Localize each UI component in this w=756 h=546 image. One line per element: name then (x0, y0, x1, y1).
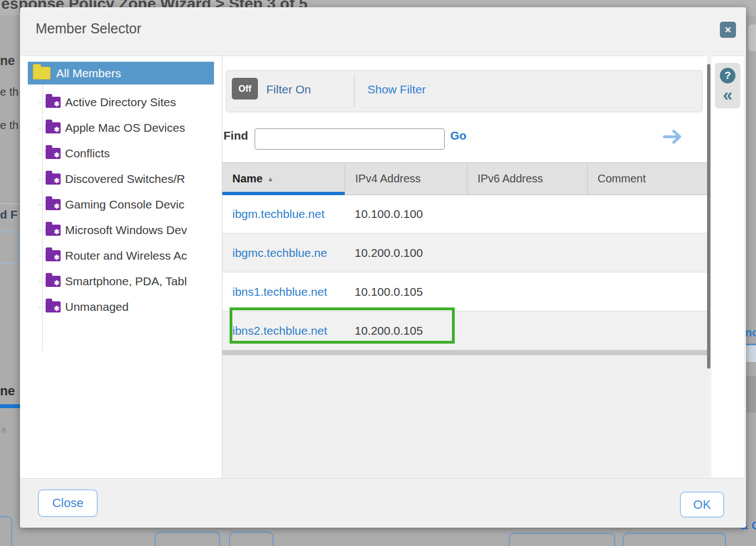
member-ipv6 (467, 311, 587, 350)
member-comment (587, 311, 707, 350)
collapse-panel-icon[interactable]: « (715, 84, 740, 106)
table-empty-area (222, 355, 707, 479)
member-ipv4: 10.200.0.105 (345, 311, 467, 350)
member-name-link[interactable]: ibns1.techblue.net (222, 272, 345, 311)
open-folder-icon (33, 67, 51, 80)
background-link-fragment: nc (745, 326, 756, 339)
sort-ascending-icon: ▲ (267, 175, 273, 183)
dialog-footer: Close OK (20, 478, 746, 528)
background-text-fragment: e th (0, 86, 18, 98)
member-name-link[interactable]: ibgm.techblue.net (222, 195, 345, 233)
filter-bar: Off Filter On Show Filter (226, 70, 703, 112)
tree-item-gaming-console-devices[interactable]: ✱ Gaming Console Devic (20, 192, 222, 217)
column-header-ipv6[interactable]: IPv6 Address (467, 163, 587, 195)
member-name-link[interactable]: ibns2.techblue.net (222, 311, 345, 350)
background-panel-fragment (748, 24, 756, 51)
help-icon[interactable]: ? (720, 68, 735, 83)
member-comment (587, 195, 707, 233)
group-folder-icon: ✱ (46, 276, 61, 287)
column-header-ipv4[interactable]: IPv4 Address (345, 163, 467, 195)
member-selector-dialog: Member Selector ✕ All Members ✱ Active D… (20, 7, 746, 527)
background-selection-fragment (745, 344, 756, 362)
member-list-panel: Off Filter On Show Filter Find Go Name ▲ (222, 56, 707, 479)
table-header: Name ▲ IPv4 Address IPv6 Address Comment (222, 162, 707, 195)
background-button-outline (229, 532, 273, 546)
group-folder-icon: ✱ (46, 199, 61, 210)
column-header-name[interactable]: Name ▲ (222, 163, 345, 195)
group-folder-icon: ✱ (46, 301, 61, 312)
tree-item-smartphone-pda-tablet[interactable]: ✱ Smartphone, PDA, Tabl (20, 269, 222, 294)
tree-item-router-and-wireless[interactable]: ✱ Router and Wireless Ac (20, 243, 222, 269)
background-text-fragment: e th (0, 119, 18, 132)
close-button[interactable]: Close (38, 489, 98, 517)
screen: esponse Policy Zone Wizard > Step 3 of 5… (0, 0, 756, 546)
background-divider (0, 203, 20, 204)
table-body: ibgm.techblue.net 10.100.0.100 ibgmc.tec… (222, 195, 707, 350)
member-ipv6 (467, 234, 587, 272)
background-button-outline (509, 533, 615, 546)
tree-root-label: All Members (56, 67, 121, 80)
column-header-comment[interactable]: Comment (587, 163, 707, 195)
dialog-title: Member Selector (36, 21, 141, 37)
filter-toggle-button[interactable]: Off (232, 78, 258, 100)
background-text-fragment: d F (0, 208, 18, 221)
member-comment (587, 272, 707, 311)
table-row-highlighted[interactable]: ibns2.techblue.net 10.200.0.105 (222, 311, 707, 350)
background-tab-underline (0, 404, 20, 408)
background-button-outline (155, 532, 220, 546)
member-comment (587, 234, 707, 272)
background-text-fragment: ne (0, 53, 15, 68)
member-ipv4: 10.100.0.105 (345, 272, 467, 311)
background-tab-fragment: ne (0, 384, 15, 399)
member-ipv4: 10.200.0.100 (345, 234, 467, 272)
find-input[interactable] (255, 128, 445, 150)
find-label: Find (223, 129, 248, 142)
background-text-fragment: a (1, 425, 6, 435)
tree-item-microsoft-windows-devices[interactable]: ✱ Microsoft Windows Dev (20, 217, 222, 243)
group-folder-icon: ✱ (46, 173, 61, 185)
background-input-fragment (0, 231, 19, 264)
tree-item-all-members[interactable]: All Members (28, 62, 214, 85)
background-block-fragment (745, 376, 756, 413)
background-button-outline (623, 533, 726, 546)
member-name-link[interactable]: ibgmc.techblue.ne (222, 234, 345, 272)
background-button-outline (0, 516, 12, 546)
table-end-separator (222, 350, 707, 355)
group-folder-icon: ✱ (46, 148, 61, 159)
tree-item-conflicts[interactable]: ✱ Conflicts (20, 141, 222, 166)
group-folder-icon: ✱ (46, 97, 61, 108)
ok-button[interactable]: OK (680, 492, 724, 518)
tree-item-active-directory-sites[interactable]: ✱ Active Directory Sites (20, 90, 222, 115)
group-folder-icon: ✱ (46, 250, 61, 261)
tree-item-discovered-switches[interactable]: ✱ Discovered Switches/R (20, 166, 222, 192)
member-tree-panel: All Members ✱ Active Directory Sites ✱ A… (20, 56, 222, 479)
member-ipv6 (467, 195, 587, 233)
panel-tools: ? « (715, 63, 740, 108)
close-icon[interactable]: ✕ (720, 22, 736, 38)
member-ipv6 (467, 272, 587, 311)
filter-on-label: Filter On (266, 83, 311, 96)
table-row[interactable]: ibns1.techblue.net 10.100.0.105 (222, 272, 707, 311)
member-ipv4: 10.100.0.100 (345, 195, 467, 233)
table-row[interactable]: ibgmc.techblue.ne 10.200.0.100 (222, 234, 707, 272)
group-folder-icon: ✱ (46, 225, 61, 236)
tree-children: ✱ Active Directory Sites ✱ Apple Mac OS … (20, 90, 222, 320)
table-row[interactable]: ibgm.techblue.net 10.100.0.100 (222, 195, 707, 234)
tree-item-apple-mac-os-devices[interactable]: ✱ Apple Mac OS Devices (20, 115, 222, 141)
right-icon-strip: ? « (712, 56, 744, 478)
next-page-arrow-icon[interactable] (663, 128, 683, 147)
vertical-scrollbar[interactable] (707, 64, 710, 369)
tree-item-unmanaged[interactable]: ✱ Unmanaged (20, 294, 222, 320)
filter-divider (354, 75, 355, 108)
group-folder-icon: ✱ (46, 122, 61, 133)
show-filter-link[interactable]: Show Filter (367, 83, 426, 96)
go-link[interactable]: Go (450, 129, 466, 142)
